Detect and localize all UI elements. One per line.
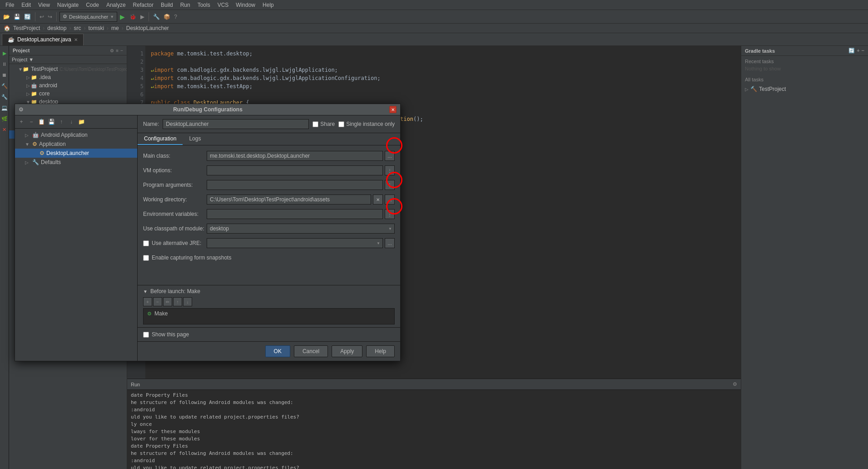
programargs-input[interactable] (207, 180, 383, 190)
gradle-refresh-icon[interactable]: 🔄 (848, 48, 855, 54)
cancel-button[interactable]: Cancel (294, 345, 328, 357)
menu-code[interactable]: Code (82, 2, 103, 8)
tree-item-android[interactable]: ▷ 🤖 android (9, 81, 127, 90)
altjre-dropdown[interactable] (207, 238, 383, 248)
run-config-selector[interactable]: ⚙ DesktopLauncher ▼ (60, 12, 117, 22)
module-desktop[interactable]: desktop (47, 25, 66, 31)
toolbar-undo-icon[interactable]: ↩ (38, 14, 45, 20)
file-desktop-launcher[interactable]: DesktopLauncher (126, 25, 169, 31)
module-tomski[interactable]: tomski (88, 25, 104, 31)
config-remove-button[interactable]: − (27, 117, 36, 126)
menu-analyze[interactable]: Analyze (103, 2, 129, 8)
tree-item-idea[interactable]: ▷ 📁 .idea (9, 73, 127, 81)
help-icon[interactable]: ? (173, 14, 179, 20)
menu-tools[interactable]: Tools (194, 2, 214, 8)
show-page-checkbox[interactable] (143, 332, 149, 338)
classpath-dropdown[interactable]: desktop (207, 224, 395, 234)
menu-build[interactable]: Build (157, 2, 177, 8)
run-button[interactable]: ▶ (118, 13, 127, 20)
toolbar-open-icon[interactable]: 📂 (2, 14, 11, 20)
config-folder-button[interactable]: 📁 (77, 117, 86, 126)
before-launch-item-make[interactable]: ⚙ Make (144, 309, 394, 319)
run-side-gradle[interactable]: 🔧 (1, 93, 8, 100)
config-tree-android[interactable]: ▷ 🤖 Android Application (15, 130, 137, 140)
toolbar-save-icon[interactable]: 💾 (12, 14, 22, 20)
tree-item-core[interactable]: ▷ 📁 core (9, 90, 127, 98)
workingdir-clear-button[interactable]: ✕ (373, 195, 383, 205)
config-copy-button[interactable]: 📋 (37, 117, 46, 126)
dialog-close-button[interactable]: ✕ (389, 106, 397, 113)
config-move-up-button[interactable]: ↑ (57, 117, 66, 126)
gradle-minus-icon[interactable]: − (862, 48, 864, 54)
menu-view[interactable]: View (35, 2, 54, 8)
before-launch-arrow[interactable]: ▼ (143, 289, 148, 294)
config-move-down-button[interactable]: ↓ (67, 117, 76, 126)
run-side-build[interactable]: 🔨 (1, 82, 8, 90)
workingdir-browse-button[interactable]: … (385, 195, 395, 205)
before-launch-up-button[interactable]: ↑ (173, 297, 182, 306)
menu-edit[interactable]: Edit (18, 2, 35, 8)
tab-desktop-launcher[interactable]: ☕ DesktopLauncher.java ✕ (2, 34, 84, 45)
toolbar-sync-icon[interactable]: 🔄 (23, 14, 32, 20)
menu-navigate[interactable]: Navigate (54, 2, 82, 8)
coverage-button[interactable]: ▶ (139, 14, 146, 20)
before-launch-down-button[interactable]: ↓ (183, 297, 192, 306)
console-settings-icon[interactable]: ⚙ (733, 381, 737, 387)
vmoptions-input[interactable] (207, 165, 383, 175)
run-side-terminal[interactable]: 💻 (1, 104, 8, 111)
sdk-manager-icon[interactable]: 📦 (162, 14, 172, 20)
capturing-checkbox[interactable] (143, 255, 149, 261)
tab-close-button[interactable]: ✕ (74, 37, 78, 42)
before-launch-edit-button[interactable]: ✏ (163, 297, 172, 306)
run-side-stop[interactable]: ⏹ (1, 71, 8, 79)
menu-file[interactable]: File (2, 2, 18, 8)
run-side-debug[interactable]: ⏸ (1, 60, 8, 68)
share-checkbox[interactable] (312, 121, 318, 127)
config-tree-desktoplauncher[interactable]: ⚙ DesktopLauncher (15, 149, 137, 158)
run-config-dropdown-icon[interactable]: ▼ (110, 15, 114, 19)
name-input[interactable] (163, 119, 309, 129)
panel-gear-icon[interactable]: ≡ (116, 48, 119, 53)
config-add-button[interactable]: + (17, 117, 26, 126)
module-src[interactable]: src (74, 25, 81, 31)
menu-run[interactable]: Run (177, 2, 194, 8)
config-tree-defaults[interactable]: ▷ 🔧 Defaults (15, 158, 137, 167)
mainclass-input[interactable] (207, 151, 383, 161)
panel-minimize-icon[interactable]: − (120, 48, 123, 53)
ok-button[interactable]: OK (265, 345, 290, 357)
help-button[interactable]: Help (366, 345, 395, 357)
tab-configuration[interactable]: Configuration (138, 133, 183, 145)
gradle-add-icon[interactable]: + (857, 48, 859, 54)
programargs-browse-button[interactable]: ⋮ (385, 180, 395, 190)
workingdir-input[interactable] (207, 195, 371, 205)
single-instance-checkbox[interactable] (338, 121, 344, 127)
before-launch-remove-button[interactable]: − (153, 297, 162, 306)
toolbar-redo-icon[interactable]: ↪ (46, 14, 54, 20)
menu-window[interactable]: Window (232, 2, 259, 8)
debug-button[interactable]: 🐞 (128, 14, 138, 20)
envvars-browse-button[interactable]: ⋮ (385, 209, 395, 219)
module-me[interactable]: me (111, 25, 119, 31)
apply-button[interactable]: Apply (332, 345, 362, 357)
menu-vcs[interactable]: VCS (214, 2, 233, 8)
altjre-checkbox[interactable] (143, 240, 149, 246)
menu-help[interactable]: Help (259, 2, 278, 8)
tab-logs[interactable]: Logs (183, 133, 207, 145)
vmoptions-browse-button[interactable]: ⋮ (385, 165, 395, 175)
tree-item-testproject[interactable]: ▼ 📁 TestProject C:\Users\Tom\Desktop\Tes… (9, 65, 127, 73)
config-tree-application[interactable]: ▼ ⚙ Application (15, 140, 137, 149)
gradle-icon[interactable]: 🔧 (152, 14, 161, 20)
envvars-input[interactable] (207, 209, 383, 219)
project-dropdown[interactable]: Project ▼ (9, 55, 127, 64)
altjre-browse-button[interactable]: … (385, 238, 395, 248)
menu-refactor[interactable]: Refactor (129, 2, 157, 8)
config-save-button[interactable]: 💾 (47, 117, 56, 126)
gradle-tree-testproject[interactable]: ▷ 🔨 TestProject (741, 85, 868, 93)
mainclass-browse-button[interactable]: … (385, 151, 395, 161)
before-launch-add-button[interactable]: + (143, 297, 152, 306)
project-name[interactable]: TestProject (13, 25, 40, 31)
run-side-run[interactable]: ▶ (1, 50, 8, 57)
run-side-error[interactable]: ✕ (1, 126, 8, 133)
panel-settings-icon[interactable]: ⚙ (110, 48, 114, 53)
run-side-git[interactable]: 🌿 (1, 115, 8, 122)
